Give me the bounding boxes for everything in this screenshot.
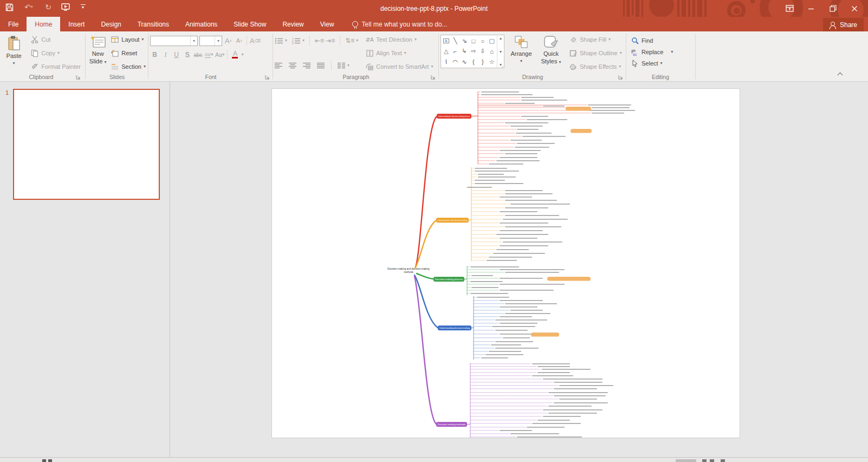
mindmap-central-topic[interactable]: Decision-making and decision-making	[387, 268, 430, 270]
status-left-icon-2[interactable]	[48, 459, 52, 462]
redo-icon[interactable]: ↻	[43, 2, 53, 12]
close-icon[interactable]	[844, 1, 865, 16]
mindmap-highlight-node[interactable]	[531, 333, 559, 337]
shape-glyph-2[interactable]: ⇘	[462, 37, 467, 44]
tab-file[interactable]: File	[0, 17, 27, 31]
tab-view[interactable]: View	[312, 17, 342, 31]
shape-glyph-9[interactable]: ⇨	[471, 48, 476, 55]
bullets-button[interactable]	[275, 37, 283, 44]
decrease-indent-button[interactable]: ⇤≡	[315, 36, 324, 46]
character-spacing-button[interactable]: AV▾	[204, 50, 213, 60]
undo-icon[interactable]: ↶▾	[22, 2, 36, 12]
shape-glyph-14[interactable]: ∿	[462, 58, 467, 66]
align-left-button[interactable]	[275, 62, 283, 69]
grow-font-button[interactable]: A˄	[224, 36, 233, 46]
copy-button[interactable]: Copy▾	[29, 48, 82, 58]
save-icon[interactable]	[4, 2, 14, 12]
clipboard-dialog-launcher[interactable]	[76, 75, 81, 80]
mindmap-branch-understanding-process[interactable]: Understanding the decision making proces…	[416, 92, 635, 267]
shapes-scroll-down-icon[interactable]: ▼	[499, 50, 503, 54]
paragraph-dialog-launcher[interactable]	[431, 75, 436, 80]
normal-view-icon[interactable]	[676, 459, 696, 462]
find-button[interactable]: Find	[629, 36, 693, 45]
reset-button[interactable]: Reset	[109, 48, 147, 58]
shape-glyph-0[interactable]: A	[443, 38, 449, 43]
font-size-combobox[interactable]: ▾	[199, 36, 222, 46]
section-button[interactable]: Section▾	[109, 62, 147, 71]
shape-glyph-17[interactable]: ☆	[489, 58, 495, 66]
slide-thumbnail[interactable]	[13, 89, 160, 200]
clear-formatting-button[interactable]: A⌫	[250, 36, 261, 46]
cut-button[interactable]: Cut	[29, 35, 82, 44]
shape-glyph-11[interactable]: ⌂	[490, 48, 494, 55]
tab-home[interactable]: Home	[27, 17, 60, 31]
mindmap-highlight-node[interactable]	[547, 277, 591, 281]
bold-button[interactable]: B	[150, 50, 159, 60]
shape-effects-button[interactable]: Shape Effects▾	[567, 62, 624, 71]
shape-outline-button[interactable]: Shape Outline▾	[567, 48, 624, 58]
shape-glyph-5[interactable]: ▢	[489, 37, 494, 44]
slide-sorter-view-icon[interactable]	[702, 459, 707, 462]
increase-indent-button[interactable]: ⇥≡	[326, 36, 335, 46]
quick-styles-button[interactable]: QuickStyles ▾	[538, 34, 564, 73]
shape-glyph-3[interactable]: □	[472, 38, 476, 44]
align-text-button[interactable]: Align Text▾	[364, 48, 435, 58]
mindmap-central-topic[interactable]: methods	[404, 271, 413, 274]
minimize-icon[interactable]	[801, 1, 821, 16]
shape-glyph-7[interactable]: ⌐	[454, 48, 457, 55]
new-slide-button[interactable]: NewSlide ▾	[87, 34, 109, 73]
restore-icon[interactable]	[822, 1, 843, 16]
italic-button[interactable]: I	[161, 50, 170, 60]
text-direction-button[interactable]: ⇵A Text Direction▾	[364, 35, 435, 44]
shape-glyph-10[interactable]: ⇩	[480, 48, 485, 55]
paste-button[interactable]: Paste ▾	[0, 34, 28, 73]
tab-animations[interactable]: Animations	[177, 17, 225, 31]
columns-button[interactable]	[338, 62, 346, 69]
font-name-combobox[interactable]: ▾	[150, 36, 198, 46]
line-spacing-button[interactable]: ⇅≡	[345, 36, 354, 46]
shape-glyph-8[interactable]: ↳	[462, 48, 467, 55]
mindmap-branch-process-steps[interactable]: Decision making process	[417, 266, 591, 295]
mindmap-branch-understanding-decision[interactable]: Understanding decision making	[414, 275, 559, 360]
shrink-font-button[interactable]: A˅	[235, 36, 244, 46]
format-painter-button[interactable]: Format Painter	[29, 62, 82, 71]
mindmap-highlight-node[interactable]	[566, 107, 591, 111]
convert-to-smartart-button[interactable]: Convert to SmartArt▾	[364, 62, 435, 71]
reading-view-icon[interactable]	[710, 459, 714, 462]
arrange-button[interactable]: Arrange ▾	[508, 34, 535, 73]
share-button[interactable]: Share	[823, 18, 864, 31]
font-color-button[interactable]: A	[230, 50, 239, 60]
align-center-button[interactable]	[289, 62, 297, 69]
ribbon-display-options-icon[interactable]	[779, 1, 800, 16]
tab-transitions[interactable]: Transitions	[129, 17, 177, 31]
shape-glyph-15[interactable]: {	[472, 58, 475, 65]
underline-button[interactable]: U	[172, 50, 181, 60]
drawing-dialog-launcher[interactable]	[618, 75, 623, 80]
shape-fill-button[interactable]: Shape Fill▾	[567, 35, 624, 44]
shapes-scroll-up-icon[interactable]: ▲	[499, 36, 503, 40]
font-dialog-launcher[interactable]	[265, 75, 270, 80]
shapes-gallery-scrollbar[interactable]: ▲ ▼ ▼̲	[497, 35, 504, 68]
mindmap-branch-communication[interactable]: Communication of the decision making	[415, 167, 570, 268]
shape-glyph-13[interactable]: ◠	[452, 58, 458, 66]
shape-glyph-1[interactable]: ╲	[454, 37, 457, 44]
change-case-button[interactable]: Aa▾	[215, 50, 224, 60]
slide-canvas[interactable]: Decision-making and decision-makingmetho…	[272, 89, 740, 438]
customize-qat-icon[interactable]: ▾	[78, 2, 88, 12]
numbering-button[interactable]: 123	[292, 37, 301, 44]
shapes-more-icon[interactable]: ▼̲	[499, 63, 503, 67]
slideshow-view-icon[interactable]	[721, 459, 725, 462]
tab-insert[interactable]: Insert	[60, 17, 93, 31]
collapse-ribbon-icon[interactable]	[838, 73, 843, 78]
shape-glyph-12[interactable]: ⌇	[445, 58, 448, 66]
status-left-icon[interactable]	[42, 459, 46, 462]
strikethrough-button[interactable]: abc	[193, 50, 203, 60]
shape-glyph-6[interactable]: △	[444, 48, 448, 55]
shapes-gallery[interactable]: A╲⇘□○▢△⌐↳⇨⇩⌂⌇◠∿{}☆ ▲ ▼ ▼̲	[441, 35, 504, 68]
tab-design[interactable]: Design	[93, 17, 129, 31]
align-right-button[interactable]	[303, 62, 311, 69]
select-button[interactable]: Select▾	[629, 58, 693, 68]
tab-review[interactable]: Review	[274, 17, 312, 31]
text-shadow-button[interactable]: S	[183, 50, 192, 60]
start-from-beginning-icon[interactable]	[61, 2, 70, 12]
